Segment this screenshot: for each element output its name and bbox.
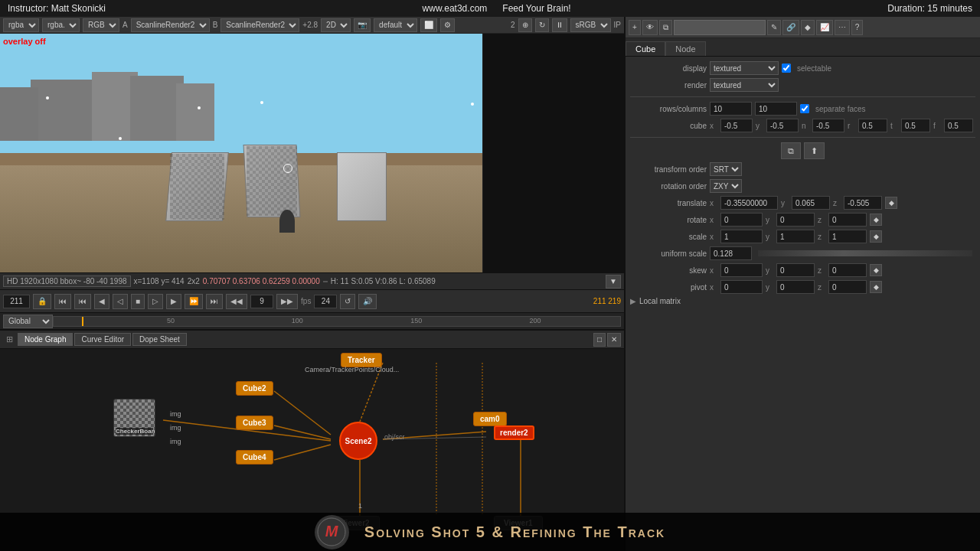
pivot-z-input[interactable] <box>828 280 867 294</box>
rotate-z-input[interactable] <box>828 213 867 227</box>
prop-eye-btn[interactable]: 👁 <box>642 20 658 35</box>
tab-node-graph[interactable]: Node Graph <box>18 333 73 346</box>
rotate-x-input[interactable] <box>720 213 763 227</box>
node-scene2[interactable]: Scene2 <box>339 422 377 460</box>
tab-node[interactable]: Node <box>665 41 705 56</box>
prop-copy-btn[interactable]: ⧉ <box>659 20 672 35</box>
tab-dope-sheet[interactable]: Dope Sheet <box>132 333 187 346</box>
viewport-right[interactable] <box>482 34 624 272</box>
viewport-menu-btn[interactable]: ▼ <box>606 275 621 289</box>
timeline-marker <box>82 317 83 326</box>
settings-btn[interactable]: ⚙ <box>440 18 455 32</box>
pivot-y-input[interactable] <box>776 280 815 294</box>
skew-z-input[interactable] <box>828 263 867 277</box>
pivot-x-input[interactable] <box>720 280 763 294</box>
rgb-select[interactable]: RGB <box>83 18 119 32</box>
cube-t-input[interactable] <box>901 119 930 132</box>
prev-9-btn[interactable]: ◀◀ <box>226 294 247 309</box>
node-cube4[interactable]: Cube4 <box>236 450 273 465</box>
render-select1[interactable]: ScanlineRender2 <box>131 18 210 32</box>
rotate-y-input[interactable] <box>776 213 815 227</box>
stop-btn[interactable]: ■ <box>131 294 145 309</box>
scale-key-btn[interactable]: ◆ <box>870 230 882 243</box>
ng-expand-btn[interactable]: □ <box>593 333 606 347</box>
prop-anim-btn[interactable]: 📈 <box>816 20 833 35</box>
render-select[interactable]: textured <box>710 78 779 92</box>
jump-input[interactable] <box>250 295 273 308</box>
viewport-main[interactable]: overlay off <box>0 34 482 272</box>
timeline-bar[interactable]: 50 100 150 200 <box>53 316 621 327</box>
ng-close-btn[interactable]: ✕ <box>607 333 621 347</box>
play-audio-btn[interactable]: 🔊 <box>358 294 377 309</box>
transform-order-select[interactable]: SRT <box>710 162 742 176</box>
tab-cube[interactable]: Cube <box>626 41 665 56</box>
tab-curve-editor[interactable]: Curve Editor <box>74 333 131 346</box>
prop-add-btn[interactable]: + <box>629 20 641 35</box>
go-prev-key-btn[interactable]: ⏮ <box>74 294 91 309</box>
node-cube2[interactable]: Cube2 <box>236 381 273 396</box>
translate-x-input[interactable] <box>720 196 778 210</box>
prop-help-btn[interactable]: ? <box>851 20 864 35</box>
cube-y-input[interactable] <box>766 119 799 132</box>
view-select[interactable]: 2D <box>321 18 351 32</box>
next-step-btn[interactable]: ▷ <box>148 294 163 309</box>
node-render2[interactable]: render2 <box>494 425 534 440</box>
loop-btn[interactable]: ↺ <box>340 294 355 309</box>
display-select[interactable]: textured <box>710 61 779 75</box>
rgba-select1[interactable]: rgba <box>3 18 39 32</box>
prop-edit-btn[interactable]: ✎ <box>767 20 781 35</box>
rotation-order-select[interactable]: ZXY <box>710 179 742 193</box>
separate-faces-checkbox[interactable] <box>800 104 809 113</box>
rgba-select2[interactable]: rgba. <box>42 18 80 32</box>
uniform-scale-input[interactable] <box>710 246 752 260</box>
colorspace-select[interactable]: sRGB <box>570 18 611 32</box>
rows-input[interactable] <box>710 102 752 116</box>
fps-input[interactable] <box>314 295 337 308</box>
prop-key-btn[interactable]: ◆ <box>801 20 815 35</box>
prev-frame-btn[interactable]: ◀ <box>94 294 109 309</box>
next-9-btn[interactable]: ▶▶ <box>276 294 298 309</box>
cube-f-input[interactable] <box>944 119 973 132</box>
next-frame-btn[interactable]: ▶ <box>166 294 181 309</box>
render-select2[interactable]: ScanlineRender2 <box>220 18 299 32</box>
scale-y-input[interactable] <box>776 230 815 243</box>
node-checkerboard[interactable]: CheckerBoard2 <box>113 399 155 437</box>
timeline-mode-select[interactable]: Global <box>3 315 53 328</box>
uniform-scale-slider[interactable] <box>758 250 972 256</box>
prev-step-btn[interactable]: ◁ <box>113 294 128 309</box>
go-end-btn[interactable]: ⏭ <box>206 294 223 309</box>
selectable-checkbox[interactable] <box>782 64 791 73</box>
translate-z-input[interactable] <box>844 196 882 210</box>
go-start-btn[interactable]: ⏮ <box>54 294 71 309</box>
cols-input[interactable] <box>755 102 797 116</box>
pivot-key-btn[interactable]: ◆ <box>870 281 882 293</box>
node-cube3[interactable]: Cube3 <box>236 416 273 430</box>
local-matrix-row[interactable]: ▶ Local matrix <box>630 297 975 305</box>
cube-x-input[interactable] <box>720 119 753 132</box>
transform-paste-btn[interactable]: ⬆ <box>804 142 825 159</box>
scale-x-input[interactable] <box>720 230 763 243</box>
prop-more-btn[interactable]: ⋯ <box>835 20 850 35</box>
lock-btn[interactable]: 🔒 <box>33 294 51 309</box>
cube-n-input[interactable] <box>812 119 844 132</box>
rotate-key-btn[interactable]: ◆ <box>870 214 882 226</box>
next-key-btn[interactable]: ⏩ <box>185 294 203 309</box>
pause-btn[interactable]: ⏸ <box>552 18 567 32</box>
scale-z-input[interactable] <box>828 230 867 243</box>
frame-input[interactable] <box>3 295 30 308</box>
node-name-input[interactable]: Cube2 <box>674 20 766 35</box>
lut-btn[interactable]: ⬜ <box>420 18 437 32</box>
skew-x-input[interactable] <box>720 263 763 277</box>
lut-select[interactable]: default <box>374 18 417 32</box>
node-cam0[interactable]: cam0 <box>473 412 507 426</box>
sync-btn[interactable]: ⊕ <box>518 18 532 32</box>
prop-link-btn[interactable]: 🔗 <box>782 20 799 35</box>
cube-r-input[interactable] <box>858 119 887 132</box>
transform-copy-btn[interactable]: ⧉ <box>781 142 801 159</box>
skew-key-btn[interactable]: ◆ <box>870 264 882 276</box>
skew-y-input[interactable] <box>776 263 815 277</box>
translate-y-input[interactable] <box>792 196 830 210</box>
refresh-btn[interactable]: ↻ <box>535 18 549 32</box>
camera-icon-btn[interactable]: 📷 <box>354 18 371 32</box>
translate-key-btn[interactable]: ◆ <box>885 197 897 209</box>
